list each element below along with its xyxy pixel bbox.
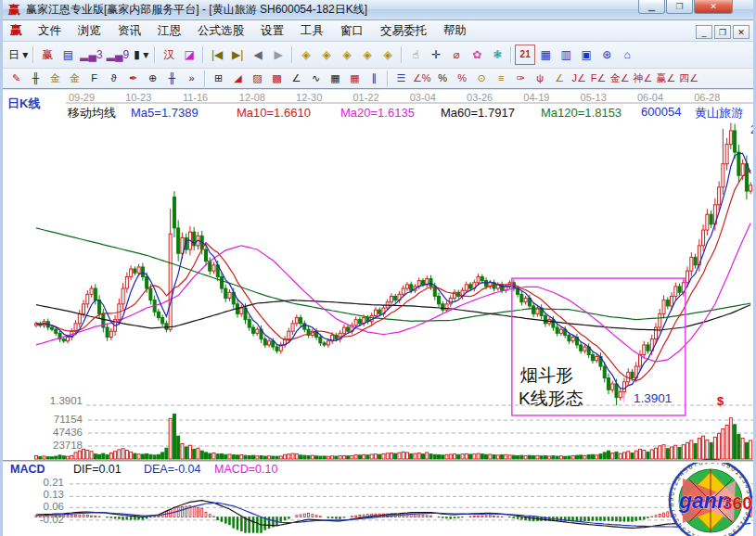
jump-last-icon[interactable]: ▶| xyxy=(227,45,248,65)
date-tick-01-22: 01-22 xyxy=(339,92,394,103)
percent-angle-icon[interactable]: ∠% xyxy=(411,70,433,87)
menu-item-工具[interactable]: 工具 xyxy=(292,21,332,41)
menu-item-文件[interactable]: 文件 xyxy=(30,21,70,41)
child-close-button[interactable]: ✕ xyxy=(733,25,750,39)
dynamic-quote-icon[interactable]: 汉 xyxy=(159,45,179,65)
measure-pen-icon[interactable]: ✑ xyxy=(511,70,531,87)
save-icon[interactable]: ▣ xyxy=(576,45,596,65)
grid-red-icon[interactable]: ▦ xyxy=(345,70,365,87)
gold-angle-icon[interactable]: ∠ xyxy=(550,70,570,87)
price-ladder-icon[interactable]: ☰ xyxy=(391,70,411,87)
toolbar-separator xyxy=(291,46,293,63)
more-tools-icon[interactable]: » xyxy=(182,70,201,87)
menu-item-资讯[interactable]: 资讯 xyxy=(109,21,149,41)
menu-item-交易委托[interactable]: 交易委托 xyxy=(372,21,435,41)
stock-code: 600054 xyxy=(641,105,681,119)
comb-ruler-icon[interactable]: ╫ xyxy=(26,70,45,87)
f-ruler-icon[interactable]: F xyxy=(84,70,104,87)
pattern-tool-icon[interactable]: ✿ xyxy=(467,45,487,65)
gold-lines-icon[interactable]: ≡ xyxy=(492,70,511,87)
winner-home-icon[interactable]: 赢 xyxy=(37,45,58,65)
calculator-icon[interactable]: ▦ xyxy=(535,45,556,65)
menu-item-公式选股[interactable]: 公式选股 xyxy=(189,21,252,41)
pattern-annotation-line2[interactable]: K线形态 xyxy=(519,387,583,411)
app-logo-icon: 赢 xyxy=(8,2,20,19)
low-price-label: 1.3901 xyxy=(634,391,672,405)
zoom-out-x-icon[interactable]: ◈ xyxy=(337,45,357,65)
trend-angle-icon[interactable]: ∠ xyxy=(287,70,306,87)
pattern-annotation-line1[interactable]: 烟斗形 xyxy=(520,364,573,388)
gold-comb-ruler-icon[interactable]: 金 xyxy=(45,70,65,87)
menu-item-设置[interactable]: 设置 xyxy=(252,21,292,41)
fan-lines-icon[interactable]: ◢ xyxy=(228,70,248,87)
pitchfork-icon[interactable]: ψ xyxy=(531,70,550,87)
menu-item-江恩[interactable]: 江恩 xyxy=(149,21,189,41)
parallel-lines-icon[interactable]: ∥ xyxy=(365,70,384,87)
ai-analysis-icon[interactable]: ❃ xyxy=(487,45,507,65)
menu-item-帮助[interactable]: 帮助 xyxy=(435,21,475,41)
bars-9min-icon[interactable]: ▂▄9 xyxy=(105,45,131,65)
volume-profile-icon[interactable]: ◪ xyxy=(179,45,199,65)
hand-tool-icon[interactable]: ☝ xyxy=(405,45,426,65)
circle-ruler-icon[interactable]: ⊕ xyxy=(143,70,162,87)
crosshair-tool-icon[interactable]: ✛ xyxy=(426,45,446,65)
date-tick-04-19: 04-19 xyxy=(508,92,564,103)
zoom-in-x-icon[interactable]: ◈ xyxy=(357,45,378,65)
percent-icon[interactable]: % xyxy=(433,70,453,87)
f-angle-icon[interactable]: F∠ xyxy=(589,70,609,87)
macd-scale-0.13: 0.13 xyxy=(27,489,64,500)
menu-item-浏览[interactable]: 浏览 xyxy=(70,21,109,41)
toolbar-separator xyxy=(32,46,34,63)
remote-sync-icon[interactable]: ⌂ xyxy=(617,45,637,65)
pan-left-icon[interactable]: ◈ xyxy=(296,45,316,65)
notes-icon[interactable]: ▥ xyxy=(556,45,576,65)
step-forward-icon[interactable]: ▶ xyxy=(268,45,288,65)
percent-line-icon[interactable]: % xyxy=(453,70,472,87)
win-angle-icon[interactable]: 赢∠ xyxy=(654,70,677,87)
low-point-arrow: ↑ xyxy=(621,392,626,405)
pan-right-icon[interactable]: ◈ xyxy=(316,45,337,65)
close-button[interactable]: ✕ xyxy=(694,0,733,14)
application-window: 6789012345678901234567890123456789012345… xyxy=(0,0,756,536)
bars-3min-icon[interactable]: ▂▄3 xyxy=(78,45,104,65)
toolbar-separator xyxy=(510,46,512,63)
ma-legend-3: Ma60=1.7917 xyxy=(441,106,515,120)
calendar-icon[interactable]: 21 xyxy=(515,45,535,65)
step-back-icon[interactable]: ◀ xyxy=(248,45,268,65)
si-angle-icon[interactable]: 四∠ xyxy=(677,70,700,87)
j-angle-icon[interactable]: J∠ xyxy=(570,70,589,87)
child-restore-button[interactable]: ❐ xyxy=(714,25,731,39)
child-minimize-button[interactable]: _ xyxy=(696,25,712,39)
spiral-ruler-icon[interactable]: ϑ xyxy=(104,70,123,87)
maximize-button[interactable]: ❐ xyxy=(666,0,693,14)
macd-scale-0.06: 0.06 xyxy=(27,501,64,512)
gold-angle-2-icon[interactable]: 金∠ xyxy=(609,70,632,87)
range-box-icon[interactable]: ⊞ xyxy=(209,70,228,87)
info-panel-icon[interactable]: ▤ xyxy=(58,45,78,65)
marker-pen-icon[interactable]: ✒ xyxy=(123,70,143,87)
brush-tool-icon[interactable]: ✎ xyxy=(6,70,26,87)
minimize-button[interactable]: ▁ xyxy=(638,0,665,14)
period-daily-dropdown-icon[interactable]: 日 ▾ xyxy=(6,45,30,65)
dif-line xyxy=(36,501,750,529)
gold-circle-icon[interactable]: ⊙ xyxy=(472,70,492,87)
zigzag-wave-icon[interactable]: ∿ xyxy=(306,70,326,87)
macd-value-label: MACD=0.10 xyxy=(214,463,277,476)
candle-style-dropdown-icon[interactable]: ▮ ▾ xyxy=(131,45,151,65)
export-data-icon[interactable]: ⊛ xyxy=(596,45,617,65)
gann-box-icon[interactable]: ▨ xyxy=(248,70,267,87)
date-tick-06-28: 06-28 xyxy=(679,92,735,103)
gann-grid-icon[interactable]: ▩ xyxy=(267,70,287,87)
grid-fine-icon[interactable]: ▦ xyxy=(326,70,345,87)
plain-ruler-icon[interactable]: ╫ xyxy=(162,70,182,87)
ma-legend-0: Ma5=1.7389 xyxy=(131,106,199,120)
gold-comb-ruler-2-icon[interactable]: 金 xyxy=(65,70,84,87)
jump-first-icon[interactable]: |◀ xyxy=(207,45,227,65)
date-tick-12-30: 12-30 xyxy=(281,92,337,103)
magnifier-tool-icon[interactable]: ⌀ xyxy=(446,45,467,65)
menu-item-窗口[interactable]: 窗口 xyxy=(332,21,372,41)
ma20-line xyxy=(36,223,750,363)
shen-angle-icon[interactable]: 神∠ xyxy=(632,70,655,87)
fit-view-icon[interactable]: ◈ xyxy=(378,45,398,65)
dea-value-label: DEA=-0.04 xyxy=(144,463,201,476)
